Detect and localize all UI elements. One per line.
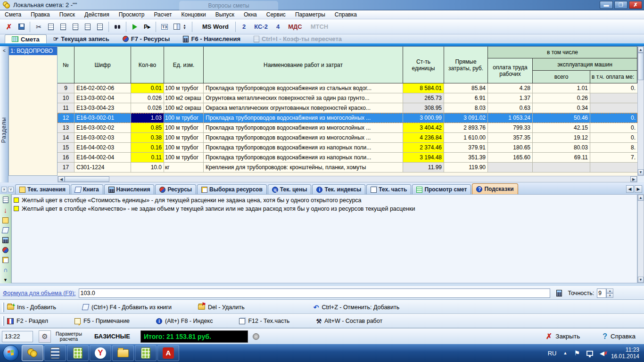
menu-kontsovki[interactable]: Концовки <box>177 11 211 18</box>
formula-input[interactable] <box>79 288 550 298</box>
paste-special-button[interactable] <box>94 21 106 33</box>
precision-stepper[interactable]: 9 ▲▼ <box>597 288 613 298</box>
calc-params-button[interactable]: ⚙ <box>39 330 51 343</box>
header-unit[interactable]: Ед. изм. <box>164 47 204 83</box>
taskbar-acrobat-app[interactable]: A <box>157 345 179 361</box>
columns-button[interactable] <box>171 21 182 33</box>
mode-2-button[interactable]: 2 <box>238 23 250 30</box>
book-icon[interactable] <box>2 227 9 233</box>
sound-icon[interactable] <box>253 333 259 340</box>
menu-poisk[interactable]: Поиск <box>55 11 80 18</box>
table-row[interactable]: 9 Е16-02-002-06 0.01 100 м трубог Прокла… <box>58 83 637 93</box>
section-item-vodoprovod[interactable]: 1: ВОДОПРОВО <box>9 47 57 55</box>
action-center-flag-icon[interactable]: ⚑ <box>574 349 580 357</box>
table-row[interactable]: 15 Е16-04-002-03 0.16 100 м трубог Прокл… <box>58 143 637 153</box>
menu-smeta[interactable]: Смета <box>0 11 26 18</box>
formula-label-link[interactable]: Формула для объема (F9): <box>3 290 76 296</box>
close-button[interactable]: ✗ <box>629 1 642 9</box>
table-row[interactable]: 13 Е16-03-002-02 0.85 100 м трубог Прокл… <box>58 123 637 133</box>
resource-selection-icon[interactable] <box>2 256 9 263</box>
taskbar-calc-app[interactable] <box>67 345 89 361</box>
scroll-up-icon[interactable]: ▲ <box>638 47 644 53</box>
search-button[interactable] <box>112 21 123 33</box>
copy-special-button[interactable] <box>70 21 81 33</box>
tray-expand-icon[interactable]: ▲ <box>563 351 567 355</box>
header-name[interactable]: Наименование работ и затрат <box>204 47 403 83</box>
header-labor[interactable]: оплата труда рабочих <box>488 58 533 83</box>
precision-up-icon[interactable]: ▲ <box>606 288 613 293</box>
tabs-scroll-right-icon[interactable]: ▶ <box>635 185 642 193</box>
header-direct-costs[interactable]: Прямые затраты, руб. <box>444 47 488 83</box>
scroll-up-icon[interactable]: ▲ <box>638 195 644 201</box>
precision-down-icon[interactable]: ▼ <box>606 293 613 298</box>
table-horizontal-scrollbar[interactable]: ◀ ▶ <box>58 176 637 182</box>
taskbar-yandex-browser[interactable]: Y <box>90 345 111 361</box>
panel-close-button[interactable]: × <box>1 187 7 192</box>
taskbar-calc-app-2[interactable] <box>135 345 157 361</box>
language-indicator[interactable]: RU <box>548 350 557 357</box>
current-values-icon[interactable] <box>2 217 9 223</box>
copy-button[interactable] <box>45 21 57 33</box>
taskbar-writer-app[interactable] <box>44 345 66 361</box>
tab-hints[interactable]: ? Подсказки <box>472 183 518 194</box>
header-num[interactable]: № <box>58 47 74 83</box>
tab-smeta[interactable]: Смета <box>5 34 47 43</box>
scroll-left-icon[interactable]: ◀ <box>58 176 65 182</box>
mode-4-button[interactable]: 4 <box>272 23 284 30</box>
table-row[interactable]: 16 Е16-04-002-04 0.11 100 м трубог Прокл… <box>58 153 637 163</box>
scroll-down-icon[interactable]: ▼ <box>638 169 644 175</box>
save-button[interactable] <box>16 21 27 33</box>
ks2-button[interactable]: КС-2 <box>250 23 272 30</box>
table-vertical-scrollbar[interactable]: ▲ ▼ <box>637 46 644 176</box>
f8-index-button[interactable]: i (Alt+) F8 - Индекс <box>156 318 213 324</box>
del-delete-button[interactable]: ⚑ Del - Удалить <box>198 304 245 311</box>
header-code[interactable]: Шифр <box>74 47 131 83</box>
tab-current-values[interactable]: Тек. значения <box>15 184 70 194</box>
menu-pravka[interactable]: Правка <box>26 11 55 18</box>
price-mode-label[interactable]: БАЗИСНЫЕ <box>94 333 130 340</box>
menu-servis[interactable]: Сервис <box>262 11 290 18</box>
tab-f7-resources[interactable]: F7 - Ресурсы <box>116 34 177 43</box>
header-machines-incl-operators[interactable]: в т.ч. оплата ме: <box>590 71 637 83</box>
menu-parametry[interactable]: Параметры <box>290 11 330 18</box>
paste-button[interactable] <box>58 21 69 33</box>
delete-button[interactable]: ✗ <box>3 21 15 33</box>
accruals-icon[interactable] <box>2 237 9 243</box>
f4-add-from-book-button[interactable]: (Ctrl+) F4 - Добавить из книги <box>83 304 172 311</box>
hints-scrollbar[interactable]: ▲ ▼ <box>637 194 644 283</box>
maximize-button[interactable]: ❐ <box>614 1 627 9</box>
scroll-thumb[interactable] <box>65 176 109 182</box>
tab-tech-part[interactable]: Тех. часть <box>366 184 411 194</box>
start-button[interactable] <box>3 345 19 361</box>
network-icon[interactable] <box>586 351 593 356</box>
clock[interactable]: 11:23 16.01.2014 <box>611 346 639 360</box>
table-row[interactable]: 10 Е13-03-002-04 0.026 100 м2 окраш Огру… <box>58 93 637 103</box>
alt-w-works-button[interactable]: ⚒ Alt+W - Состав работ <box>316 318 382 325</box>
f2-section-button[interactable]: F2 - Раздел <box>7 318 48 324</box>
table-row[interactable]: 14 Е16-03-002-03 0.38 100 м трубог Прокл… <box>58 133 637 143</box>
run-p-button[interactable]: P▸ <box>141 21 153 33</box>
tab-f6-accruals[interactable]: F6 - Начисления <box>176 34 247 43</box>
tab-current-record[interactable]: ☞ Текущая запись <box>47 34 116 43</box>
cut-button[interactable]: ✂ <box>33 21 44 33</box>
toolbar-spinner[interactable]: ▲▼ <box>183 24 186 30</box>
panel-collapse-button[interactable]: ˅ <box>8 187 14 192</box>
run-button[interactable] <box>129 21 140 33</box>
scroll-thumb[interactable] <box>638 53 644 80</box>
toolbar-grip[interactable] <box>2 303 4 312</box>
scroll-down-icon[interactable]: ▼ <box>638 277 644 283</box>
menu-raschet[interactable]: Расчет <box>149 11 176 18</box>
precision-value[interactable]: 9 <box>597 288 606 298</box>
minimize-button[interactable]: ▬ <box>600 1 613 9</box>
ctrl-z-undo-button[interactable]: ↶ Ctrl+Z - Отменить: Добавить <box>314 304 400 311</box>
toolbar-grip[interactable] <box>2 316 4 326</box>
ms-word-button[interactable]: MS Word <box>198 23 233 30</box>
tab-resources[interactable]: Ресурсы <box>155 184 196 194</box>
scroll-right-icon[interactable]: ▶ <box>630 176 637 182</box>
menu-spravka[interactable]: Справка <box>330 11 362 18</box>
calculator-button[interactable] <box>553 288 565 298</box>
menu-prosmotr[interactable]: Просмотр <box>114 11 149 18</box>
document-icon[interactable] <box>2 197 9 203</box>
tab-resource-selection[interactable]: Выборка ресурсов <box>197 184 267 194</box>
tab-current-indexes[interactable]: i Тек. индексы <box>312 184 365 194</box>
